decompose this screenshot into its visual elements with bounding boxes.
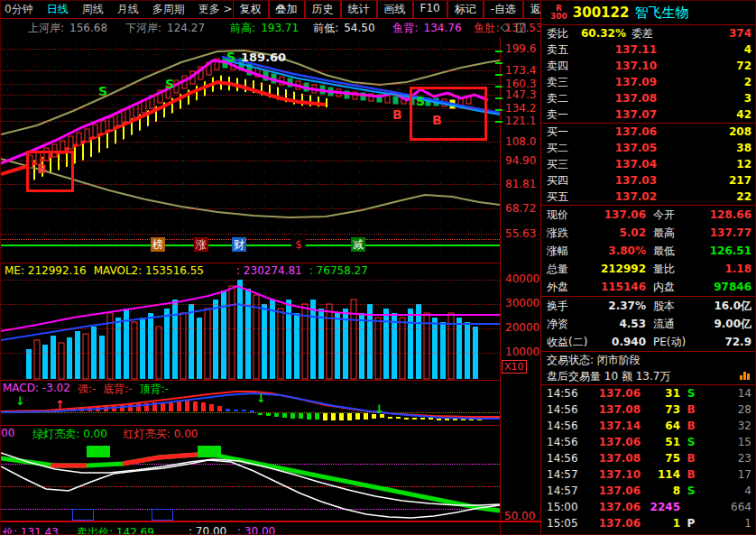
tick-side: S: [680, 385, 702, 401]
sell-row[interactable]: 卖五137.114: [541, 42, 756, 58]
buy-row[interactable]: 买二137.0538: [541, 140, 756, 156]
volume-panel[interactable]: ME: 212992.16 MAVOL2: 153516.55 : 230274…: [1, 263, 500, 380]
red-light-buy: 红灯亮买: 0.00: [124, 427, 198, 442]
tick-price: 137.06: [585, 385, 641, 401]
toolbar-button-2[interactable]: 历史: [305, 1, 341, 18]
period-tab-1[interactable]: 日线: [47, 2, 69, 17]
tick-volume: 1: [641, 515, 680, 531]
level-volume: 42: [657, 106, 751, 123]
quote-header[interactable]: R300 300122 智飞生物: [541, 1, 756, 25]
green-marker-block: [87, 446, 110, 457]
level-price: 137.07: [594, 106, 657, 123]
volume-axis-label: 40000: [505, 272, 539, 285]
stat-label: 最低: [653, 242, 700, 260]
tick-count: 14: [702, 385, 751, 401]
sell-row[interactable]: 卖二137.083: [541, 90, 756, 106]
buy-row[interactable]: 买五137.0222: [541, 189, 756, 205]
toolbar-button-6[interactable]: 标记: [447, 1, 484, 18]
buy-row[interactable]: 买一137.06208: [541, 124, 756, 140]
weibi-row: 委比 60.32% 委差 374: [541, 25, 756, 42]
period-tab-5[interactable]: 更多 >: [198, 2, 233, 17]
tick-volume: 73: [641, 401, 680, 418]
macd-top-divergence: 顶背:-: [140, 382, 169, 397]
green-tick-mark: [495, 62, 502, 64]
period-tab-3[interactable]: 月线: [117, 2, 139, 17]
signal-panel[interactable]: 00 绿灯亮卖: 0.00 红灯亮买: 0.00: [1, 425, 500, 521]
macd-indicator-row: MACD: -3.02 强:- 底背:- 顶背:-: [3, 382, 169, 397]
stat-value: 128.66: [700, 206, 751, 224]
trade-status: 交易状态: 闭市阶段 盘后交易量 10 额 13.7万: [541, 352, 756, 384]
stat-row: 收益(二)0.940PE(动)72.9: [541, 333, 756, 351]
main-chart-panel[interactable]: S S S S B B B 189.60 榜涨财$减: [1, 37, 500, 263]
toolbar-button-4[interactable]: 画线: [377, 1, 413, 18]
sell-row[interactable]: 卖四137.1072: [541, 58, 756, 74]
sell-queue: 卖五137.114卖四137.1072卖三137.092卖二137.083卖一1…: [541, 42, 756, 123]
fish-back-label: 鱼背:: [393, 21, 419, 36]
tick-time: 14:57: [547, 466, 585, 483]
tick-row[interactable]: 14:56137.0873B28: [541, 401, 756, 418]
band-marker: $: [291, 237, 306, 252]
stat-value: 115146: [588, 278, 646, 296]
sell-row[interactable]: 卖三137.092: [541, 74, 756, 90]
tick-volume: 51: [641, 434, 680, 450]
prev-low-value: 54.50: [344, 22, 374, 34]
buy-queue: 买一137.06208买二137.0538买三137.0412买四137.032…: [541, 124, 756, 205]
green-tick-mark: [495, 86, 502, 88]
green-tick-mark: [495, 121, 502, 123]
layout-icon[interactable]: ◫: [515, 20, 531, 33]
tick-price: 137.06: [585, 499, 641, 515]
level-volume: 2: [657, 74, 751, 90]
period-tab-2[interactable]: 周线: [82, 2, 104, 17]
green-tick-mark: [495, 109, 502, 111]
stat-row: 现价137.06今开128.66: [541, 206, 756, 224]
level-label: 卖二: [547, 90, 594, 106]
tick-side: B: [680, 418, 702, 434]
toolbar-button-0[interactable]: 复权: [233, 1, 269, 18]
period-tab-4[interactable]: 多周期: [152, 2, 185, 17]
buy-row[interactable]: 买三137.0412: [541, 156, 756, 172]
volume-value: ME: 212992.16: [5, 264, 87, 277]
buy-row[interactable]: 买四137.03217: [541, 172, 756, 189]
period-tabs: 0分钟日线周线月线多周期更多 >: [1, 2, 233, 17]
signal-s-3: S: [226, 50, 235, 64]
toolbar-button-1[interactable]: 叠加: [269, 1, 305, 18]
tick-count: 32: [702, 418, 751, 434]
stat-value: 4.53: [588, 315, 646, 333]
tick-row[interactable]: 15:05137.061P1: [541, 515, 756, 531]
tick-row[interactable]: 14:56137.0875B23: [541, 450, 756, 466]
tick-volume: 75: [641, 450, 680, 466]
tick-side: B: [680, 401, 702, 418]
tick-row[interactable]: 14:56137.0631S14: [541, 385, 756, 401]
toolbar-button-3[interactable]: 统计: [341, 1, 377, 18]
period-tab-0[interactable]: 0分钟: [5, 2, 33, 17]
tick-side: [680, 499, 702, 515]
tick-row[interactable]: 14:57137.068S4: [541, 483, 756, 499]
macd-panel[interactable]: MACD: -3.02 强:- 底背:- 顶背:- ↓ ↑ ↓ ↓: [1, 380, 500, 425]
tick-row[interactable]: 14:56137.1464B32: [541, 418, 756, 434]
stat-value: 2.37%: [588, 297, 646, 315]
level-price: 137.02: [594, 189, 657, 205]
tick-time: 14:56: [547, 434, 585, 450]
toolbar-buttons: 复权叠加历史统计画线F10标记-自选返回: [233, 1, 560, 18]
level-volume: 12: [657, 156, 751, 172]
band-green-line: [1, 244, 500, 246]
time-and-sales: 14:56137.0631S1414:56137.0873B2814:56137…: [541, 385, 756, 531]
volume-bars: [26, 280, 478, 379]
macd-bottom-divergence: 底背:-: [103, 382, 132, 397]
tick-row[interactable]: 14:57137.10114B17: [541, 466, 756, 483]
level-price: 137.11: [594, 42, 657, 58]
prev-high-value: 193.71: [261, 22, 299, 34]
tick-row[interactable]: 15:00137.062245664: [541, 499, 756, 515]
tick-row[interactable]: 14:56137.0651S15: [541, 434, 756, 450]
tick-time: 14:56: [547, 450, 585, 466]
bar-chart-icon[interactable]: [740, 370, 750, 380]
sell-row[interactable]: 卖一137.0742: [541, 106, 756, 123]
stat-label: 流通: [653, 315, 700, 333]
toolbar: 0分钟日线周线月线多周期更多 > 复权叠加历史统计画线F10标记-自选返回: [1, 1, 540, 19]
toolbar-button-7[interactable]: -自选: [484, 1, 523, 18]
diamond-icon[interactable]: ◇: [501, 20, 515, 33]
level-volume: 72: [657, 58, 751, 74]
highlight-box-left: [26, 151, 74, 192]
level-price: 137.10: [594, 58, 657, 74]
toolbar-button-5[interactable]: F10: [413, 1, 447, 18]
